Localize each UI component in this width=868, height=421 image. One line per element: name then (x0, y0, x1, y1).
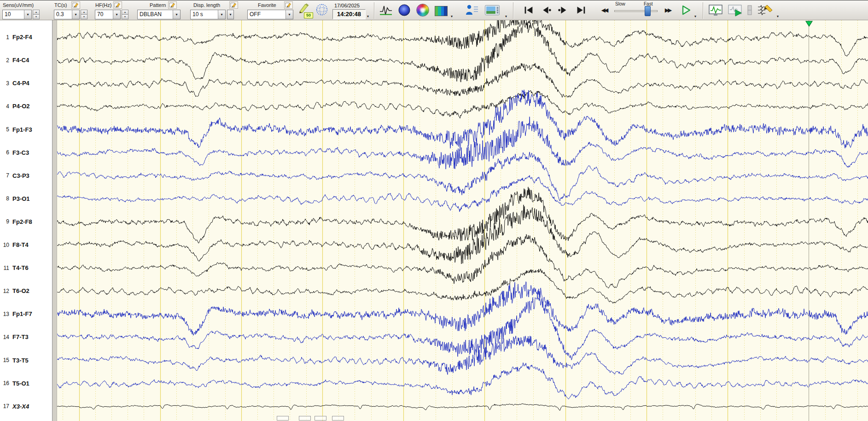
channel-row[interactable]: 5Fp1-F3 (0, 125, 52, 134)
channel-row[interactable]: 1Fp2-F4 (0, 33, 52, 41)
channel-row[interactable]: 6F3-C3 (0, 148, 52, 157)
channel-number: 14 (0, 334, 9, 340)
chevron-down-icon[interactable]: ▾ (24, 10, 31, 19)
channel-row[interactable]: 10F8-T4 (0, 241, 52, 249)
pencil-icon (72, 2, 79, 8)
channel-label: P3-O1 (12, 195, 30, 202)
skip-end-icon (575, 4, 587, 16)
event-marker-box[interactable] (277, 416, 289, 421)
rewind-button[interactable]: ◀◀ (598, 5, 611, 16)
display-length-drop-button[interactable]: ▾ (227, 10, 234, 19)
channel-row[interactable]: 3C4-P4 (0, 79, 52, 88)
display-length-select[interactable]: 10 s ▾ (190, 10, 226, 19)
dropdown-arrow[interactable]: ▾ (367, 15, 369, 18)
pattern-select[interactable]: DBLBAN ▾ (137, 10, 181, 19)
sensitivity-value: 10 (5, 11, 11, 18)
channel-number: 4 (0, 103, 9, 110)
eeg-review-window: Sens(uV/mm) 10 ▾ ▲ ▼ TC(s) 0.3 ▾ ▲ ▼ HF(… (0, 0, 868, 421)
waveform-view-button[interactable] (379, 3, 393, 18)
channel-row[interactable]: 11T4-T6 (0, 264, 52, 272)
pattern-value: DBLBAN (140, 11, 162, 18)
channel-label: T4-T6 (12, 264, 29, 271)
channel-row[interactable]: 12T6-O2 (0, 287, 52, 295)
live-monitor-button[interactable] (707, 3, 724, 18)
pattern-edit-button[interactable] (168, 1, 177, 9)
pencil-icon (230, 2, 237, 8)
step-back-button[interactable] (539, 4, 553, 17)
tc-value: 0.3 (56, 11, 64, 18)
display-length-edit-button[interactable] (229, 1, 238, 9)
channel-number: 11 (0, 265, 9, 271)
step-forward-button[interactable] (556, 4, 570, 17)
channel-row[interactable]: 7C3-P3 (0, 171, 52, 180)
play-button[interactable] (679, 3, 693, 17)
toolbar-separator (374, 2, 375, 19)
dropdown-arrow[interactable]: ▾ (777, 15, 779, 18)
chevron-down-icon[interactable]: ▾ (173, 10, 180, 19)
channel-row[interactable]: 4P4-O2 (0, 102, 52, 111)
spin-down-button[interactable]: ▼ (33, 14, 40, 19)
marker-tool-button[interactable] (746, 4, 753, 16)
channel-number: 7 (0, 172, 9, 179)
tc-select[interactable]: 0.3 ▾ (54, 10, 80, 19)
review-cursor-marker[interactable] (805, 21, 813, 27)
fast-forward-button[interactable]: ▶▶ (661, 5, 674, 16)
channel-row[interactable]: 9Fp2-F8 (0, 217, 52, 226)
favorite-select[interactable]: OFF ▾ (247, 10, 293, 19)
step-back-icon (540, 4, 552, 16)
channel-row[interactable]: 8P3-O1 (0, 194, 52, 203)
review-playback-button[interactable] (727, 3, 743, 18)
channel-number: 8 (0, 195, 9, 202)
skip-to-start-button[interactable] (521, 4, 535, 17)
channel-row[interactable]: 2F4-C4 (0, 56, 52, 64)
speed-slider-track[interactable] (614, 10, 658, 12)
channel-row[interactable]: 13Fp1-F7 (0, 310, 52, 318)
channel-label: Fp1-F3 (12, 126, 32, 133)
electrode-map-button[interactable] (315, 3, 329, 17)
speed-slider-handle[interactable] (645, 6, 651, 16)
notch-50hz-badge[interactable]: 50 (304, 12, 313, 18)
skip-to-end-button[interactable] (574, 4, 588, 17)
tc-label: TC(s) (54, 2, 67, 8)
event-marker-box[interactable] (299, 416, 311, 421)
channel-label: F8-T4 (12, 241, 29, 248)
channel-label: F4-C4 (12, 57, 29, 64)
spin-down-button[interactable]: ▼ (81, 14, 87, 19)
chevron-down-icon[interactable]: ▾ (113, 10, 120, 19)
channel-row[interactable]: 17X3-X4 (0, 402, 52, 410)
channel-number: 12 (0, 288, 9, 294)
channel-number: 3 (0, 80, 9, 87)
color-scale-button[interactable] (434, 4, 449, 18)
pencil-icon (285, 2, 292, 8)
sensitivity-select[interactable]: 10 ▾ (2, 10, 32, 19)
hf-edit-button[interactable] (113, 1, 122, 9)
record-date: 17/06/2025 (334, 3, 360, 8)
pattern-label: Pattern (150, 2, 166, 8)
skip-start-icon (522, 4, 534, 16)
channel-row[interactable]: 15T3-T5 (0, 356, 52, 364)
dropdown-arrow[interactable]: ▾ (505, 15, 507, 18)
chevron-down-icon[interactable]: ▾ (227, 10, 233, 19)
channel-label: F3-C3 (12, 149, 29, 156)
color-map-button[interactable] (415, 3, 430, 18)
favorite-edit-button[interactable] (284, 1, 293, 9)
speed-slow-label: Slow (615, 1, 625, 6)
video-review-button[interactable] (484, 3, 501, 18)
event-marker-box[interactable] (332, 416, 344, 421)
dropdown-arrow[interactable]: ▾ (694, 15, 696, 18)
chevron-down-icon[interactable]: ▾ (218, 10, 225, 19)
chevron-down-icon[interactable]: ▾ (72, 10, 79, 19)
hf-select[interactable]: 70 ▾ (95, 10, 121, 19)
channel-row[interactable]: 14F7-T3 (0, 333, 52, 341)
channel-row[interactable]: 16T5-O1 (0, 379, 52, 387)
topography-map-button[interactable] (397, 3, 412, 18)
chevron-down-icon[interactable]: ▾ (285, 10, 293, 19)
spin-down-button[interactable]: ▼ (122, 14, 128, 19)
tc-edit-button[interactable] (71, 1, 80, 9)
dropdown-arrow[interactable]: ▾ (451, 15, 453, 18)
event-marker-box[interactable] (315, 416, 326, 421)
eeg-traces-canvas[interactable] (57, 20, 868, 421)
montage-edit-button[interactable] (756, 3, 775, 18)
patient-info-button[interactable] (464, 3, 480, 18)
channel-number: 6 (0, 149, 9, 156)
